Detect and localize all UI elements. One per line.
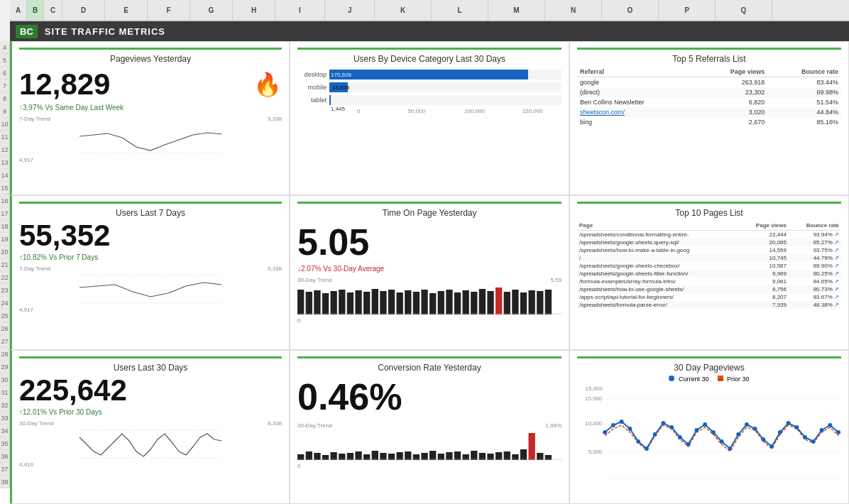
table-row: /spreadsheets/formula-parse-error/ 7,939… (577, 301, 841, 309)
pageviews-value: 12,829 (19, 70, 110, 99)
svg-point-98 (787, 421, 791, 425)
ext-link-icon[interactable]: ↗ (834, 255, 839, 261)
svg-rect-50 (405, 451, 411, 460)
svg-rect-33 (545, 290, 552, 314)
svg-rect-52 (421, 453, 427, 460)
ref-pageviews: 23,302 (698, 87, 767, 97)
trend-min: 4,917 (19, 307, 33, 313)
ext-link-icon[interactable]: ↗ (834, 239, 839, 246)
users-7days-title: Users Last 7 Days (19, 208, 282, 218)
device-row-mobile: mobile 15,626 (297, 82, 562, 92)
table-row: /spreadsheets/how-to-make-a-table-in-goo… (577, 246, 841, 254)
green-divider-bar (577, 202, 841, 204)
col-d: D (62, 0, 105, 20)
svg-rect-27 (495, 287, 502, 314)
page-path: /spreadsheets/google-sheets-checkbox/ (577, 262, 739, 270)
conversion-title: Conversion Rate Yesterday (297, 363, 562, 373)
ext-link-icon[interactable]: ↗ (834, 247, 839, 253)
device-category-panel: Users By Device Category Last 30 Days de… (290, 41, 569, 195)
svg-text:15,000: 15,000 (585, 395, 603, 402)
page-views: 10,745 (739, 254, 789, 262)
legend-dot-current (669, 376, 674, 381)
header-bar: BC SITE TRAFFIC METRICS (10, 21, 849, 41)
svg-point-79 (628, 427, 632, 431)
svg-point-82 (653, 432, 657, 437)
bc-badge: BC (16, 25, 38, 38)
page-path: /spreadsheets/formula-parse-error/ (577, 301, 739, 309)
svg-rect-62 (504, 451, 510, 460)
page-bounce: 83.67% ↗ (789, 293, 841, 301)
col-h: H (233, 0, 275, 20)
table-row: /spreadsheets/google-sheets-query-sql/ 2… (577, 239, 841, 246)
ref-pageviews: 6,820 (698, 97, 767, 107)
svg-rect-48 (388, 454, 395, 460)
table-row: / 10,745 44.79% ↗ (577, 254, 841, 262)
svg-rect-13 (380, 291, 386, 314)
page-path: /spreadsheets/google-sheets-query-sql/ (577, 239, 739, 246)
users-30days-value: 225,642 (19, 376, 282, 405)
svg-point-95 (761, 437, 765, 442)
svg-rect-43 (347, 453, 354, 460)
green-divider-bar (297, 202, 562, 204)
page-views: 14,559 (739, 246, 789, 254)
svg-point-104 (836, 430, 840, 434)
svg-point-103 (828, 423, 832, 427)
svg-point-87 (694, 428, 699, 432)
ext-link-icon[interactable]: ↗ (834, 286, 839, 292)
ref-name: sheetscon.com/ (577, 107, 698, 117)
svg-point-89 (711, 430, 716, 434)
table-row: bing 2,670 85.16% (577, 117, 841, 127)
ext-link-icon[interactable]: ↗ (834, 231, 839, 238)
svg-rect-25 (479, 289, 486, 314)
svg-rect-26 (487, 291, 493, 314)
ref-link[interactable]: sheetscon.com/ (580, 109, 625, 116)
green-divider-bar (19, 356, 282, 358)
trend-min-row: 0 (297, 317, 562, 324)
svg-point-100 (803, 435, 807, 439)
svg-rect-11 (363, 292, 370, 314)
svg-text:10,000: 10,000 (585, 420, 603, 427)
col-c: C (44, 0, 62, 20)
table-row: google 263,918 83.44% (577, 77, 841, 88)
svg-point-85 (678, 435, 682, 439)
device-bar-inner-desktop: 170,928 (329, 70, 528, 80)
svg-rect-15 (397, 292, 403, 314)
table-row: /spreadsheets/google-sheets-filter-funct… (577, 270, 841, 278)
trend-max: 5.59 (550, 277, 562, 283)
time-bars-svg (297, 286, 562, 314)
ext-link-icon[interactable]: ↗ (834, 278, 839, 285)
top10-pages-panel: Top 10 Pages List Page Page views Bounce… (569, 195, 849, 349)
page-views: 8,207 (739, 293, 789, 301)
table-row: (direct) 23,302 69.98% (577, 87, 841, 97)
device-bar-chart: desktop 170,928 mobile 15,626 (297, 70, 562, 114)
ref-name: bing (577, 117, 698, 127)
users-7days-change: ↑10.82% Vs Prior 7 Days (19, 253, 282, 261)
ext-link-icon[interactable]: ↗ (834, 294, 839, 300)
main-content: Pageviews Yesterday 12,829 🔥 ↑3.97% Vs S… (10, 41, 849, 504)
green-divider-bar (577, 356, 841, 358)
ext-link-icon[interactable]: ↗ (834, 302, 839, 308)
svg-rect-59 (479, 453, 486, 460)
device-value-mobile: 15,626 (331, 84, 349, 91)
device-label-desktop: desktop (297, 71, 329, 78)
ext-link-icon[interactable]: ↗ (834, 263, 839, 269)
page-col-page: Page (577, 221, 739, 231)
page-path: /spreadsheets/how-to-make-a-table-in-goo… (577, 246, 739, 254)
table-row: /spreadsheets/google-sheets-checkbox/ 10… (577, 262, 841, 270)
pageviews-30day-svg: 15,000 10,000 5,000 (577, 393, 841, 486)
svg-rect-28 (504, 292, 510, 314)
time-on-page-title: Time On Page Yesterday (297, 208, 562, 218)
green-divider-bar (577, 48, 841, 50)
trend-label: 7-Day Trend (19, 265, 50, 272)
time-on-page-trend: 30-Day Trend 5.59 (297, 277, 562, 324)
users-7days-trend: 7-Day Trend 9,338 4,917 (19, 265, 282, 313)
svg-rect-24 (471, 292, 477, 314)
col-header-row: A B C D E F G H I J K L M N O P Q (10, 0, 849, 21)
pageviews-30day-panel: 30 Day Pageviews Current 30 ··· Prior 30… (569, 350, 849, 504)
svg-rect-4 (306, 292, 312, 314)
ext-link-icon[interactable]: ↗ (834, 270, 839, 277)
svg-rect-58 (471, 451, 477, 460)
chart-legend: Current 30 ··· Prior 30 (577, 376, 841, 383)
col-f: F (148, 0, 190, 20)
device-value-desktop: 170,928 (331, 72, 351, 78)
